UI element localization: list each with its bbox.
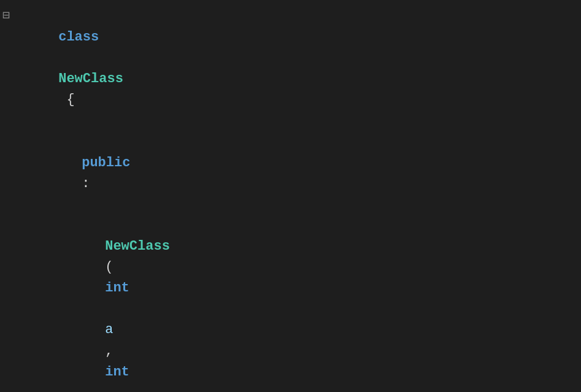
param-a: a	[105, 322, 113, 337]
type-int-2: int	[105, 364, 129, 380]
code-editor: ⊟ class NewClass { public : NewClass ( i…	[0, 0, 581, 392]
code-line-1: ⊟ class NewClass {	[0, 6, 581, 132]
keyword-public: public	[82, 155, 130, 171]
keyword-class: class	[58, 29, 99, 45]
type-int-1: int	[105, 280, 129, 296]
code-line-2: public :	[0, 132, 581, 215]
fold-marker-1[interactable]: ⊟	[2, 6, 10, 25]
class-name: NewClass	[58, 71, 123, 86]
code-line-3: NewClass ( int a , int b , double c ) : …	[0, 215, 581, 392]
constructor-name: NewClass	[105, 239, 170, 254]
